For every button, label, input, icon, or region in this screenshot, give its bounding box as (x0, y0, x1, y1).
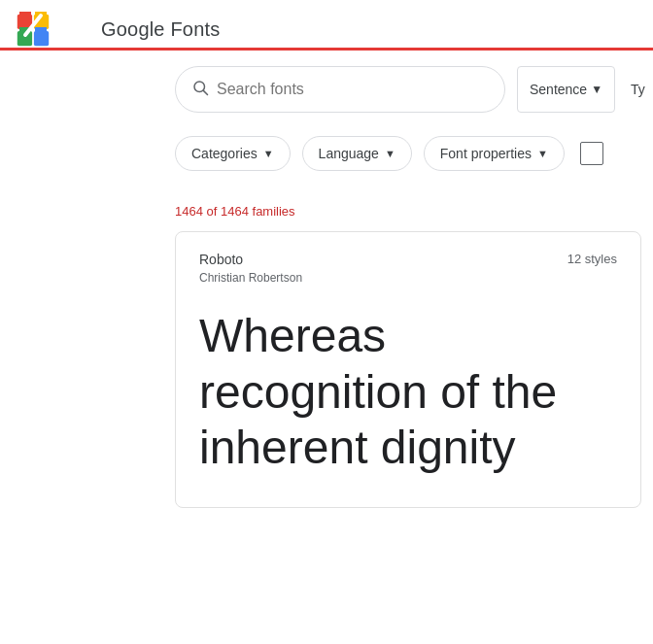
grid-toggle-button[interactable] (580, 142, 603, 165)
categories-label: Categories (191, 146, 258, 161)
google-fonts-logo-svg (16, 8, 51, 43)
categories-filter-button[interactable]: Categories ▼ (175, 136, 291, 171)
font-author: Christian Robertson (199, 271, 617, 285)
font-name: Roboto (199, 252, 243, 267)
language-label: Language (319, 146, 379, 161)
search-area: Sentence ▼ Ty (0, 51, 653, 128)
logo-text: Google Fonts (101, 18, 220, 41)
font-preview-text: Whereas recognition of the inherent dign… (199, 308, 617, 476)
sentence-dropdown-arrow: ▼ (591, 83, 602, 96)
type-label: Ty (627, 74, 649, 105)
search-input[interactable] (217, 81, 489, 98)
font-properties-arrow: ▼ (537, 148, 548, 159)
font-properties-label: Font properties (440, 146, 532, 161)
font-card-header: Roboto 12 styles (199, 252, 617, 267)
categories-arrow: ▼ (263, 148, 274, 159)
logo-container[interactable]: Google Fonts (16, 13, 220, 48)
svg-line-6 (203, 90, 207, 94)
filter-row: Categories ▼ Language ▼ Font properties … (0, 128, 653, 179)
sentence-label: Sentence (530, 82, 587, 97)
language-arrow: ▼ (385, 148, 395, 159)
results-count: 1464 of 1464 families (175, 204, 295, 219)
search-icon (191, 79, 209, 101)
search-bar[interactable] (175, 66, 505, 113)
font-styles-count: 12 styles (567, 252, 617, 266)
results-area: 1464 of 1464 families (0, 179, 653, 231)
font-properties-filter-button[interactable]: Font properties ▼ (424, 136, 565, 171)
font-card[interactable]: Roboto 12 styles Christian Robertson Whe… (175, 231, 641, 508)
header: Google Fonts (0, 0, 653, 51)
sentence-dropdown[interactable]: Sentence ▼ (517, 66, 615, 113)
language-filter-button[interactable]: Language ▼ (302, 136, 412, 171)
